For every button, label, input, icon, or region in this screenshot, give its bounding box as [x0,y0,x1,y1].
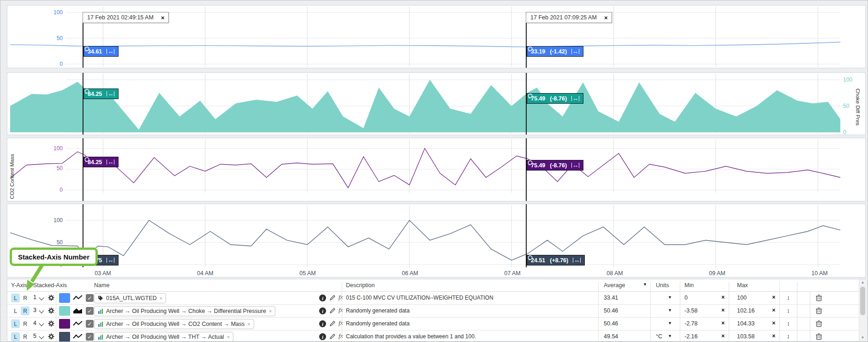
clear-min-icon[interactable]: × [721,294,725,301]
remove-icon[interactable]: × [269,308,272,314]
min-value[interactable]: 0 [684,295,688,301]
right-axis-button[interactable]: R [21,319,30,328]
scroll-up-icon[interactable]: ▲ [859,279,866,286]
comment-icon[interactable] [527,255,533,261]
formula-icon[interactable]: fx [339,319,343,327]
signal-pill[interactable]: Archer → Oil Producing Well → Choke → Di… [94,306,275,316]
table-scrollbar[interactable]: ▲ ▼ [859,279,866,341]
pencil-icon[interactable] [329,295,336,302]
stacked-axis-number[interactable]: 3 [33,307,36,313]
pencil-icon[interactable] [329,320,336,328]
chevron-down-icon[interactable] [39,321,44,326]
trash-icon[interactable] [815,320,822,329]
col-header-description[interactable]: Description [346,282,375,289]
comment-icon[interactable] [527,94,533,99]
cursor-2-value-badge[interactable]: 75.49 (-8.76) ↔ [527,93,583,104]
line-style-icon[interactable] [73,333,83,342]
info-icon[interactable]: i [319,307,326,314]
gear-icon[interactable] [48,320,54,328]
autoscale-icon[interactable]: ↕ [787,333,790,340]
visibility-checkbox[interactable]: ✓ [86,307,94,315]
max-value[interactable]: 103.58 [737,333,755,340]
col-header-name[interactable]: Name [94,282,109,289]
close-icon[interactable]: × [604,14,608,21]
cursor-1-value-badge[interactable]: 84.25 ↔ [83,157,119,167]
clear-min-icon[interactable]: × [721,320,725,326]
gear-icon[interactable] [48,307,54,315]
clear-max-icon[interactable]: × [772,333,775,339]
clear-min-icon[interactable]: × [721,333,725,339]
col-header-average[interactable]: Average [604,282,625,289]
clear-min-icon[interactable]: × [721,307,725,313]
comment-icon[interactable] [527,47,533,52]
remove-icon[interactable]: × [227,334,230,340]
cursor-1-value-badge[interactable]: 84.25 ↔ [83,88,119,99]
visibility-checkbox[interactable]: ✓ [86,320,94,328]
line-style-icon[interactable] [73,320,83,329]
cursor-2-line[interactable] [526,73,527,135]
clear-max-icon[interactable]: × [772,307,775,313]
trash-icon[interactable] [815,294,822,303]
scroll-down-icon[interactable]: ▼ [859,335,866,341]
formula-icon[interactable]: fx [339,294,343,301]
remove-icon[interactable]: × [248,321,250,327]
range-icon[interactable]: ↔ [573,258,581,263]
pencil-icon[interactable] [329,307,336,315]
area-style-icon[interactable] [73,307,83,316]
line-style-icon[interactable] [73,294,83,303]
signal-pill[interactable]: Archer → Oil Producing Well → CO2 Conten… [94,319,254,329]
cursor-2-value-badge[interactable]: 75.49 (-8.76) ↔ [527,160,583,171]
col-header-max[interactable]: Max [737,282,748,289]
cursor-2-value-badge[interactable]: 24.51 (+8.76) ↔ [527,255,585,265]
formula-icon[interactable]: fx [339,307,343,314]
range-icon[interactable]: ↔ [107,49,114,54]
cursor-2-date-label[interactable]: 17 Feb 2021 07:09:25 AM × [526,12,612,23]
signal-pill[interactable]: Archer → Oil Producing Well → THT → Actu… [94,332,233,342]
color-swatch[interactable] [59,293,70,303]
trash-icon[interactable] [815,333,822,342]
close-icon[interactable]: × [161,14,165,21]
stacked-axis-number[interactable]: 5 [33,333,36,339]
max-value[interactable]: 100 [737,295,747,301]
info-icon[interactable]: i [319,320,326,327]
autoscale-icon[interactable]: ↕ [787,307,790,314]
col-header-units[interactable]: Units [656,282,669,289]
cursor-2-value-badge[interactable]: 33.19 (-1.42) ↔ [527,46,583,57]
units-dropdown-icon[interactable]: ▼ [668,321,672,325]
range-icon[interactable]: ↔ [107,159,114,165]
range-icon[interactable]: ↔ [571,163,579,168]
cursor-1-value-badge[interactable]: 34.61 ↔ [83,46,119,57]
scrollbar-thumb[interactable] [860,287,865,315]
color-swatch[interactable] [59,306,70,316]
trash-icon[interactable] [815,307,822,316]
comment-icon[interactable] [84,47,90,52]
info-icon[interactable]: i [319,333,326,340]
formula-icon[interactable]: fx [339,332,343,340]
gear-icon[interactable] [48,333,54,341]
stacked-axis-number[interactable]: 4 [33,320,36,326]
min-value[interactable]: -3.58 [684,307,698,314]
comment-icon[interactable] [84,89,90,94]
sort-descending-icon[interactable]: ▼ [643,282,647,287]
chevron-down-icon[interactable] [39,334,44,339]
cursor-1-line[interactable] [83,73,83,135]
info-icon[interactable]: i [319,295,326,301]
comment-icon[interactable] [527,160,533,166]
visibility-checkbox[interactable]: ✓ [86,333,94,341]
comment-icon[interactable] [84,157,90,163]
left-axis-button[interactable]: L [11,307,20,315]
visibility-checkbox[interactable]: ✓ [86,294,94,302]
pencil-icon[interactable] [329,333,336,341]
remove-icon[interactable]: × [160,295,162,301]
units-dropdown-icon[interactable]: ▼ [668,295,672,300]
range-icon[interactable]: ↔ [107,258,114,263]
min-value[interactable]: -2.16 [684,333,698,340]
color-swatch[interactable] [59,319,70,329]
autoscale-icon[interactable]: ↕ [787,294,790,301]
left-axis-button[interactable]: L [11,332,20,341]
range-icon[interactable]: ↔ [107,91,114,96]
left-axis-button[interactable]: L [11,319,20,328]
col-header-min[interactable]: Min [684,282,694,289]
clear-max-icon[interactable]: × [772,294,775,301]
cursor-1-date-label[interactable]: 17 Feb 2021 02:49:15 AM × [83,12,169,23]
